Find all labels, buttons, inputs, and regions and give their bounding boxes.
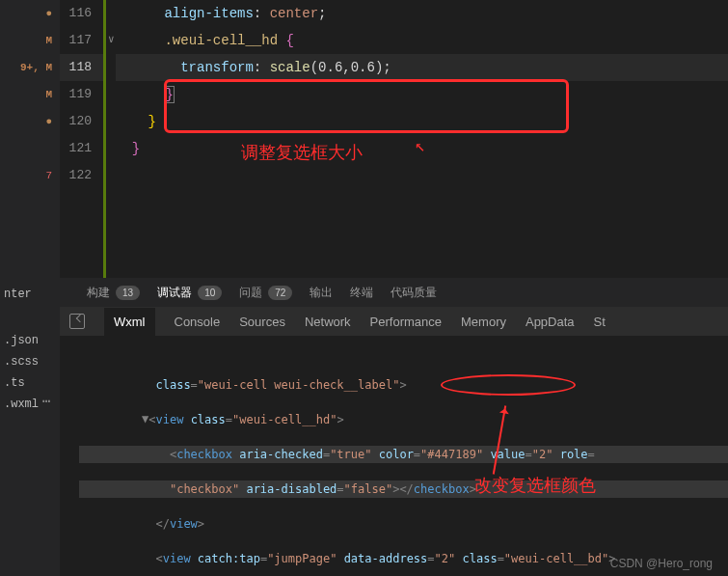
file-item[interactable]: .scss bbox=[0, 351, 60, 372]
devtools-tabs: Wxml Console Sources Network Performance… bbox=[60, 307, 728, 336]
tab-console[interactable]: Console bbox=[175, 315, 221, 329]
git-gutter: ● M 9+, M M ● 7 bbox=[0, 0, 60, 278]
inspect-icon[interactable] bbox=[69, 314, 85, 329]
line-number: 121 bbox=[60, 135, 103, 162]
line-number: 122 bbox=[60, 162, 103, 189]
tab-code-quality[interactable]: 代码质量 bbox=[391, 285, 437, 301]
tab-wxml[interactable]: Wxml bbox=[104, 308, 155, 336]
tab-build[interactable]: 构建13 bbox=[87, 285, 140, 301]
tab-appdata[interactable]: AppData bbox=[526, 315, 575, 329]
code-line bbox=[116, 162, 728, 189]
gutter-marker: 9+, M bbox=[0, 54, 60, 81]
annotation-text: 调整复选框大小 bbox=[241, 141, 363, 164]
gutter-marker: M bbox=[0, 27, 60, 54]
code-line: } bbox=[116, 108, 728, 135]
line-numbers: ∨ 116 117 118 119 120 121 122 bbox=[60, 0, 106, 278]
tab-problems[interactable]: 问题72 bbox=[239, 285, 292, 301]
editor-area: ● M 9+, M M ● 7 ∨ 116 117 118 119 120 12… bbox=[0, 0, 728, 278]
line-number: 118 bbox=[60, 54, 103, 81]
file-item[interactable]: .ts bbox=[0, 372, 60, 394]
tab-debugger[interactable]: 调试器10 bbox=[157, 285, 222, 301]
dom-line[interactable]: <checkbox aria-checked="true" color="#44… bbox=[79, 446, 728, 463]
line-number: 120 bbox=[60, 108, 103, 135]
dom-line[interactable]: class="weui-cell weui-check__label"> bbox=[79, 376, 728, 394]
gutter-empty bbox=[0, 135, 60, 162]
tab-sources[interactable]: Sources bbox=[239, 315, 285, 329]
line-number: 116 bbox=[60, 0, 103, 27]
tab-memory[interactable]: Memory bbox=[461, 315, 506, 329]
file-blank bbox=[0, 305, 60, 330]
file-item[interactable]: .json bbox=[0, 330, 60, 351]
line-number: 117 bbox=[60, 27, 103, 54]
annotation-arrow-icon: ↖ bbox=[415, 135, 425, 156]
devtools-panel: Wxml Console Sources Network Performance… bbox=[60, 307, 728, 576]
code-line: } bbox=[116, 81, 728, 108]
dom-line[interactable]: ▼<view class="weui-cell__hd"> bbox=[79, 411, 728, 428]
file-item[interactable]: .wxml bbox=[0, 394, 60, 415]
wxml-tree[interactable]: ⋯ class="weui-cell weui-check__label"> ▼… bbox=[60, 336, 728, 576]
tab-output[interactable]: 输出 bbox=[310, 285, 333, 301]
dom-line[interactable]: "checkbox" aria-disabled="false"></check… bbox=[79, 480, 728, 498]
gutter-marker: 7 bbox=[0, 162, 60, 189]
bottom-panel-tabs: 构建13 调试器10 问题72 输出 终端 代码质量 bbox=[0, 278, 728, 307]
code-line: transform: scale(0.6,0.6); bbox=[116, 54, 728, 81]
line-number: 119 bbox=[60, 81, 103, 108]
code-line: align-items: center; bbox=[116, 0, 728, 27]
tab-performance[interactable]: Performance bbox=[370, 315, 442, 329]
gutter-marker: ● bbox=[0, 0, 60, 27]
dom-line[interactable]: </view> bbox=[79, 515, 728, 533]
gutter-marker: ● bbox=[0, 108, 60, 135]
tab-overflow[interactable]: St bbox=[594, 315, 606, 329]
code-line: .weui-cell__hd { bbox=[116, 27, 728, 54]
tab-network[interactable]: Network bbox=[305, 315, 351, 329]
ellipsis-icon: ⋯ bbox=[42, 392, 50, 409]
gutter-marker: M bbox=[0, 81, 60, 108]
file-item[interactable]: nter bbox=[0, 284, 60, 305]
watermark: CSDN @Hero_rong bbox=[610, 557, 713, 570]
file-explorer: nter .json .scss .ts .wxml bbox=[0, 278, 60, 576]
tab-terminal[interactable]: 终端 bbox=[350, 285, 373, 301]
annotation-text: 改变复选框颜色 bbox=[474, 477, 596, 494]
